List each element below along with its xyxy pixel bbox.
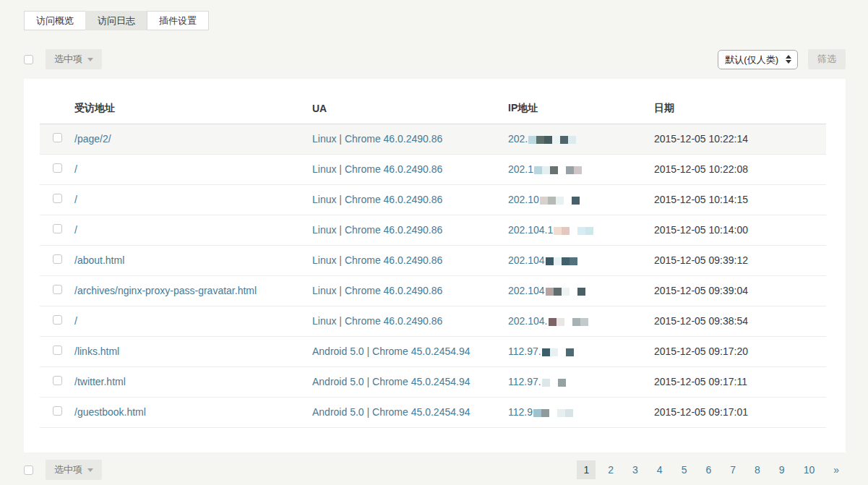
row-ip-prefix: 202.104. xyxy=(508,315,548,327)
row-url-cell: / xyxy=(74,215,312,245)
row-date: 2015-12-05 09:17:11 xyxy=(654,376,747,387)
table-row: /archives/nginx-proxy-pass-gravatar.html… xyxy=(40,275,826,306)
row-checkbox[interactable] xyxy=(53,345,62,355)
access-log-table: 受访地址 UA IP地址 日期 /page/2/ Linux | Chrome … xyxy=(40,79,826,428)
row-ip-prefix: 202.10 xyxy=(508,194,539,205)
row-date-cell: 2015-12-05 09:17:11 xyxy=(654,366,826,397)
row-date-cell: 2015-12-05 09:39:04 xyxy=(654,275,826,306)
row-url-link[interactable]: /archives/nginx-proxy-pass-gravatar.html xyxy=(74,285,257,296)
row-ip-prefix: 202.104 xyxy=(508,254,545,266)
page-number-8: 8 xyxy=(748,460,767,479)
row-ip-cell: 202.104 xyxy=(508,245,654,275)
table-row: /guestbook.html Android 5.0 | Chrome 45.… xyxy=(40,397,826,427)
row-ua: Linux | Chrome 46.0.2490.86 xyxy=(312,315,442,327)
select-all-checkbox-top[interactable] xyxy=(24,55,33,64)
row-checkbox[interactable] xyxy=(53,163,62,173)
table-row: /about.html Linux | Chrome 46.0.2490.86 … xyxy=(40,245,826,275)
table-row: /links.html Android 5.0 | Chrome 45.0.24… xyxy=(40,336,826,366)
row-ip-prefix: 112.97. xyxy=(508,376,541,387)
row-checkbox[interactable] xyxy=(53,254,62,264)
row-url-cell: /guestbook.html xyxy=(74,397,312,427)
page-number-5: 5 xyxy=(675,460,694,479)
page-link[interactable]: 2 xyxy=(601,460,620,479)
row-url-cell: /twitter.html xyxy=(74,366,312,397)
next-page-link[interactable]: » xyxy=(827,460,846,479)
row-date-cell: 2015-12-05 10:14:00 xyxy=(654,215,826,245)
page-number-6: 6 xyxy=(699,460,718,479)
row-date: 2015-12-05 09:39:12 xyxy=(654,254,748,266)
row-url-cell: /links.html xyxy=(74,336,312,366)
row-checkbox-cell xyxy=(40,215,74,245)
page-number-4: 4 xyxy=(650,460,669,479)
row-ua-cell: Linux | Chrome 46.0.2490.86 xyxy=(312,306,508,336)
row-checkbox[interactable] xyxy=(53,194,62,203)
row-url-link[interactable]: / xyxy=(74,194,77,205)
header-ip: IP地址 xyxy=(508,79,654,124)
row-ip-cell: 202.104.1 xyxy=(508,215,654,245)
bulk-action-button-bottom[interactable]: 选中项 xyxy=(46,460,102,480)
row-ua-cell: Linux | Chrome 46.0.2490.86 xyxy=(312,124,508,154)
row-url-cell: / xyxy=(74,154,312,184)
row-date: 2015-12-05 10:14:00 xyxy=(654,224,748,236)
row-url-link[interactable]: /twitter.html xyxy=(74,376,126,387)
row-checkbox[interactable] xyxy=(53,224,62,233)
row-checkbox[interactable] xyxy=(53,315,62,325)
page-number-1: 1 xyxy=(577,460,596,479)
row-checkbox[interactable] xyxy=(53,376,62,385)
row-url-link[interactable]: /links.html xyxy=(74,345,119,357)
page-link[interactable]: 4 xyxy=(650,460,669,479)
row-date: 2015-12-05 09:17:01 xyxy=(654,406,748,418)
select-all-checkbox-bottom[interactable] xyxy=(24,465,33,475)
row-checkbox[interactable] xyxy=(53,406,62,416)
row-date-cell: 2015-12-05 09:38:54 xyxy=(654,306,826,336)
row-checkbox-cell xyxy=(40,336,74,366)
row-ua-cell: Linux | Chrome 46.0.2490.86 xyxy=(312,154,508,184)
ip-censor-mosaic xyxy=(542,379,566,387)
log-card: 受访地址 UA IP地址 日期 /page/2/ Linux | Chrome … xyxy=(24,79,846,452)
page-link[interactable]: 3 xyxy=(626,460,645,479)
filter-button[interactable]: 筛选 xyxy=(808,49,846,69)
ip-censor-mosaic xyxy=(554,227,593,235)
filter-type-select[interactable]: 默认(仅人类) xyxy=(718,50,798,69)
row-ip-prefix: 112.97. xyxy=(508,345,541,357)
table-header-row: 受访地址 UA IP地址 日期 xyxy=(40,79,826,124)
tab-plugin-settings[interactable]: 插件设置 xyxy=(147,11,209,30)
page-link[interactable]: 8 xyxy=(748,460,767,479)
page-link[interactable]: 7 xyxy=(723,460,742,479)
tab-overview[interactable]: 访问概览 xyxy=(24,11,86,30)
row-ip-cell: 112.9 xyxy=(508,397,654,427)
row-url-link[interactable]: /about.html xyxy=(74,254,124,266)
row-url-link[interactable]: / xyxy=(74,224,77,236)
row-ua: Linux | Chrome 46.0.2490.86 xyxy=(312,194,442,205)
ip-censor-mosaic xyxy=(533,409,573,417)
page-link[interactable]: 10 xyxy=(797,460,822,479)
page-link[interactable]: 9 xyxy=(773,460,791,479)
row-url-cell: /about.html xyxy=(74,245,312,275)
row-checkbox[interactable] xyxy=(53,133,62,142)
page-number-3: 3 xyxy=(626,460,645,479)
page-number-9: 9 xyxy=(773,460,791,479)
row-url-link[interactable]: /page/2/ xyxy=(74,133,111,145)
row-url-link[interactable]: / xyxy=(74,163,77,175)
bulk-action-button-top[interactable]: 选中项 xyxy=(46,49,102,69)
page-link[interactable]: 5 xyxy=(675,460,694,479)
toolbar-bottom: 选中项 12345678910» xyxy=(24,460,846,480)
row-url-cell: / xyxy=(74,184,312,215)
row-url-cell: /page/2/ xyxy=(74,124,312,154)
tab-access-log[interactable]: 访问日志 xyxy=(85,11,147,30)
row-ua-cell: Linux | Chrome 46.0.2490.86 xyxy=(312,245,508,275)
row-date: 2015-12-05 09:39:04 xyxy=(654,285,748,296)
page-link[interactable]: 6 xyxy=(699,460,718,479)
ip-censor-mosaic xyxy=(546,257,577,265)
row-date-cell: 2015-12-05 09:39:12 xyxy=(654,245,826,275)
table-row: / Linux | Chrome 46.0.2490.86 202.10 201… xyxy=(40,184,826,215)
ip-censor-mosaic xyxy=(546,288,585,296)
row-url-link[interactable]: /guestbook.html xyxy=(74,406,146,418)
row-url-link[interactable]: / xyxy=(74,315,77,327)
row-checkbox[interactable] xyxy=(53,285,62,294)
row-checkbox-cell xyxy=(40,366,74,397)
page-link[interactable]: 1 xyxy=(577,460,596,479)
bulk-action-label: 选中项 xyxy=(54,460,82,480)
select-updown-icon xyxy=(786,55,791,64)
row-ua: Android 5.0 | Chrome 45.0.2454.94 xyxy=(312,376,470,387)
